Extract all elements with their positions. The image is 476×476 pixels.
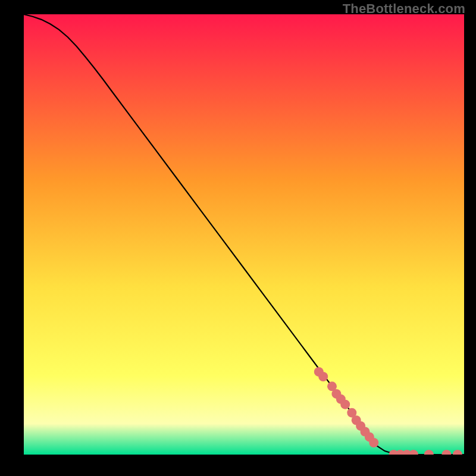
data-marker [340,400,350,409]
data-marker [318,372,328,381]
chart-plot [24,14,464,455]
data-marker [369,438,378,447]
chart-frame: TheBottleneck.com [0,0,476,476]
chart-background [24,14,464,455]
